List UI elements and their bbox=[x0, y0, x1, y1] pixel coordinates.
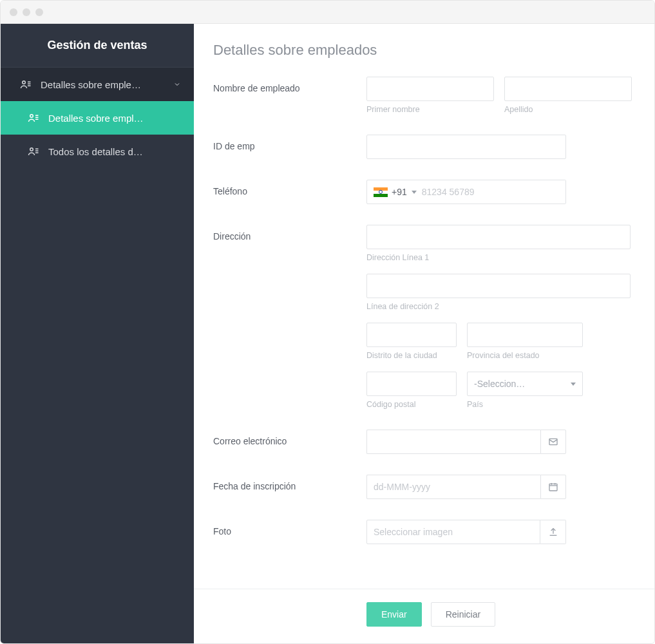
label-employee-name: Nombre de empleado bbox=[213, 77, 366, 93]
svg-point-2 bbox=[30, 148, 33, 151]
last-name-input[interactable] bbox=[504, 77, 632, 101]
city-input[interactable] bbox=[366, 323, 457, 347]
sidebar-item-employee-details-parent[interactable]: Detalles sobre emple… bbox=[1, 68, 194, 101]
app-title: Gestión de ventas bbox=[1, 24, 194, 68]
sidebar-item-label: Todos los detalles d… bbox=[48, 146, 181, 157]
sidebar: Gestión de ventas Detalles sobre emple… … bbox=[1, 24, 194, 643]
people-icon bbox=[20, 79, 32, 90]
chevron-down-icon bbox=[173, 80, 181, 88]
svg-point-0 bbox=[23, 81, 26, 84]
calendar-icon bbox=[548, 482, 558, 492]
people-icon bbox=[28, 112, 39, 124]
traffic-light-close[interactable] bbox=[10, 8, 17, 16]
people-icon bbox=[28, 146, 39, 157]
sublabel-postal: Código postal bbox=[366, 400, 457, 409]
emp-id-input[interactable] bbox=[366, 135, 566, 159]
date-input[interactable] bbox=[366, 475, 540, 499]
address-line1-input[interactable] bbox=[366, 225, 631, 249]
label-emp-id: ID de emp bbox=[213, 135, 366, 151]
form-footer: Enviar Reiniciar bbox=[194, 589, 654, 643]
phone-field[interactable]: +91 bbox=[366, 180, 566, 204]
phone-country-code: +91 bbox=[392, 187, 407, 197]
label-date: Fecha de inscripción bbox=[213, 475, 366, 491]
date-picker-button[interactable] bbox=[540, 475, 566, 499]
photo-placeholder: Seleccionar imagen bbox=[374, 527, 453, 537]
page-title: Detalles sobre empleados bbox=[194, 24, 654, 70]
sidebar-item-label: Detalles sobre empl… bbox=[48, 113, 181, 124]
sublabel-state: Provincia del estado bbox=[467, 351, 583, 360]
sublabel-city: Distrito de la ciudad bbox=[366, 351, 457, 360]
sidebar-item-label: Detalles sobre emple… bbox=[41, 79, 164, 90]
sublabel-address-line1: Dirección Línea 1 bbox=[366, 253, 635, 262]
label-address: Dirección bbox=[213, 225, 366, 242]
phone-input[interactable] bbox=[422, 180, 565, 204]
country-select[interactable]: -Seleccion… bbox=[467, 372, 583, 396]
reset-button[interactable]: Reiniciar bbox=[431, 602, 495, 627]
caret-down-icon[interactable] bbox=[412, 191, 417, 194]
postal-input[interactable] bbox=[366, 372, 457, 396]
upload-icon bbox=[548, 527, 558, 537]
traffic-light-zoom[interactable] bbox=[35, 8, 43, 16]
sidebar-item-all-details[interactable]: Todos los detalles d… bbox=[1, 135, 194, 168]
label-phone: Teléfono bbox=[213, 180, 366, 196]
first-name-input[interactable] bbox=[366, 77, 494, 101]
submit-button[interactable]: Enviar bbox=[366, 602, 422, 627]
svg-rect-4 bbox=[549, 484, 557, 491]
country-select-value: -Seleccion… bbox=[474, 379, 525, 389]
email-input[interactable] bbox=[366, 430, 540, 454]
traffic-light-minimize[interactable] bbox=[23, 8, 30, 16]
label-photo: Foto bbox=[213, 520, 366, 536]
sublabel-country: País bbox=[467, 400, 583, 409]
upload-button[interactable] bbox=[540, 520, 566, 544]
svg-point-1 bbox=[30, 115, 33, 118]
sublabel-first-name: Primer nombre bbox=[366, 105, 494, 114]
envelope-icon bbox=[548, 437, 558, 447]
state-input[interactable] bbox=[467, 323, 583, 347]
caret-down-icon bbox=[571, 383, 576, 386]
sublabel-address-line2: Línea de dirección 2 bbox=[366, 302, 635, 311]
sidebar-item-employee-details[interactable]: Detalles sobre empl… bbox=[1, 101, 194, 135]
label-email: Correo electrónico bbox=[213, 430, 366, 446]
main-content: Detalles sobre empleados Nombre de emple… bbox=[194, 24, 654, 643]
sublabel-last-name: Apellido bbox=[504, 105, 632, 114]
email-icon-box bbox=[540, 430, 566, 454]
window-titlebar bbox=[1, 1, 654, 24]
address-line2-input[interactable] bbox=[366, 274, 631, 298]
photo-picker[interactable]: Seleccionar imagen bbox=[366, 520, 540, 544]
flag-india-icon bbox=[374, 187, 388, 197]
